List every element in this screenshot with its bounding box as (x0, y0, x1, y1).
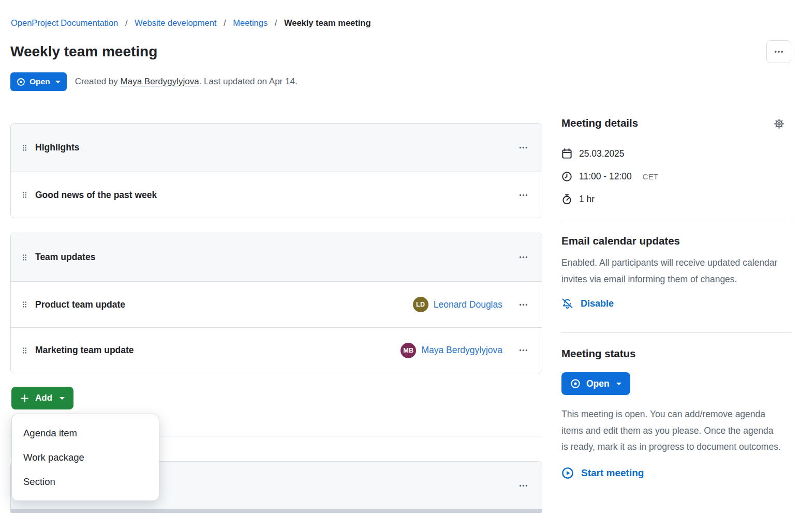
status-badge-label: Open (29, 77, 50, 86)
start-meeting-button[interactable]: Start meeting (561, 467, 644, 479)
agenda-item-more-button[interactable] (516, 297, 530, 312)
avatar: MB (401, 343, 416, 358)
drag-handle-icon[interactable] (22, 191, 27, 199)
breadcrumb-current: Weekly team meeting (284, 18, 371, 27)
start-meeting-label: Start meeting (581, 467, 644, 479)
menu-item-section[interactable]: Section (12, 469, 159, 494)
meeting-duration-row: 1 hr (561, 188, 792, 210)
bell-slash-icon (561, 298, 573, 310)
section-bottom-strip (10, 509, 542, 513)
meeting-status-dropdown-button[interactable]: Open (561, 372, 630, 395)
meeting-details-title: Meeting details (561, 117, 638, 129)
page-title: Weekly team meeting (10, 43, 157, 60)
section-title: Team updates (35, 252, 95, 263)
meeting-status-badge[interactable]: Open (10, 72, 67, 91)
agenda-section-highlights: Highlights Good news of the past week (10, 123, 542, 218)
meeting-duration: 1 hr (579, 194, 595, 205)
author-link[interactable]: Maya Berdygylyjova (121, 77, 199, 86)
disable-email-label: Disable (581, 298, 614, 309)
avatar: LD (413, 297, 428, 312)
meeting-sidebar: Meeting details 25.03.2025 (561, 117, 792, 481)
section-more-button[interactable] (516, 250, 530, 265)
gear-icon[interactable] (773, 118, 785, 130)
breadcrumb-link-project[interactable]: Website development (135, 18, 216, 27)
section-header: Highlights (11, 124, 542, 172)
calendar-icon (561, 148, 572, 159)
meeting-date-row: 25.03.2025 (561, 142, 792, 165)
stopwatch-icon (561, 194, 572, 205)
email-updates-description: Enabled. All participants will receive u… (561, 255, 784, 287)
assignee-link[interactable]: Leonard Douglas (434, 299, 502, 310)
breadcrumb-separator: / (275, 18, 277, 27)
drag-handle-icon[interactable] (22, 254, 27, 261)
sidebar-divider (561, 332, 792, 333)
agenda-item-more-button[interactable] (516, 188, 530, 202)
email-updates-title: Email calendar updates (561, 235, 792, 247)
add-button-label: Add (35, 393, 52, 403)
circle-dot-icon (570, 378, 581, 389)
meeting-date: 25.03.2025 (579, 148, 625, 159)
assignee: MB Maya Berdygylyjova (401, 343, 502, 358)
agenda-item-title: Marketing team update (35, 345, 134, 356)
meeting-timezone: CET (643, 172, 658, 181)
plus-icon (20, 394, 29, 403)
assignee: LD Leonard Douglas (413, 297, 502, 312)
agenda-section-team-updates: Team updates Product team update LD Leon… (10, 233, 542, 373)
caret-down-icon (55, 81, 61, 83)
add-dropdown-menu: Agenda item Work package Section (11, 414, 159, 501)
section-header: Team updates (11, 233, 542, 282)
menu-item-work-package[interactable]: Work package (12, 445, 159, 469)
meeting-status-description: This meeting is open. You can add/remove… (561, 406, 781, 455)
circle-dot-icon (17, 78, 25, 86)
meeting-status-title: Meeting status (561, 347, 792, 360)
meeting-meta-row: Open Created by Maya Berdygylyjova. Last… (10, 72, 298, 91)
meeting-meta-text: Created by Maya Berdygylyjova. Last upda… (75, 77, 298, 87)
breadcrumb-link-documentation[interactable]: OpenProject Documentation (11, 18, 118, 27)
add-button[interactable]: Add (11, 387, 73, 409)
play-circle-icon (561, 467, 574, 479)
menu-item-agenda-item[interactable]: Agenda item (12, 421, 159, 445)
status-button-label: Open (586, 378, 610, 389)
breadcrumb: OpenProject Documentation / Website deve… (11, 16, 371, 29)
caret-down-icon (60, 397, 65, 400)
breadcrumb-link-meetings[interactable]: Meetings (233, 18, 268, 27)
clock-icon (561, 171, 572, 182)
drag-handle-icon[interactable] (22, 301, 27, 308)
drag-handle-icon[interactable] (22, 144, 27, 151)
section-more-button[interactable] (516, 141, 530, 155)
agenda-item-more-button[interactable] (516, 343, 530, 358)
section-more-button[interactable] (516, 478, 530, 493)
agenda-item-row: Product team update LD Leonard Douglas (11, 282, 542, 327)
agenda-item-title: Product team update (35, 299, 125, 310)
agenda-item-row: Good news of the past week (11, 172, 542, 218)
breadcrumb-separator: / (125, 18, 128, 27)
caret-down-icon (616, 383, 621, 385)
meeting-more-button[interactable] (766, 40, 791, 63)
kebab-horizontal-icon (774, 47, 783, 56)
breadcrumb-separator: / (224, 18, 226, 27)
sidebar-divider (561, 220, 792, 220)
assignee-link[interactable]: Maya Berdygylyjova (421, 345, 502, 356)
agenda-item-row: Marketing team update MB Maya Berdygylyj… (11, 327, 542, 373)
meeting-time: 11:00 - 12:00 (579, 171, 632, 182)
disable-email-button[interactable]: Disable (561, 298, 614, 310)
agenda-item-title: Good news of the past week (35, 190, 157, 201)
section-title: Highlights (35, 142, 80, 153)
drag-handle-icon[interactable] (22, 347, 27, 354)
meeting-time-row: 11:00 - 12:00 CET (561, 165, 792, 188)
